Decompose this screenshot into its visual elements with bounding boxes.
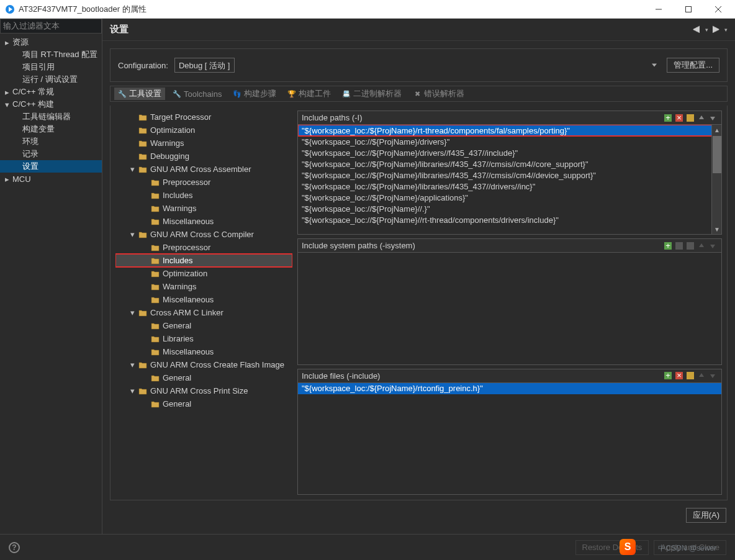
scrollbar[interactable]: ▲▼ bbox=[711, 125, 721, 234]
down-icon[interactable] bbox=[708, 241, 718, 251]
settings-tree-item[interactable]: ▾GNU ARM Cross Create Flash Image bbox=[115, 358, 292, 371]
settings-tree-item[interactable]: Includes bbox=[115, 189, 292, 202]
nav-item[interactable]: ▸MCU bbox=[0, 173, 102, 185]
nav-item-label: 项目 RT-Thread 配置 bbox=[22, 49, 97, 60]
list-item[interactable]: "${workspace_loc://${ProjName}/drivers//… bbox=[298, 147, 721, 158]
tab-构建工件[interactable]: 🏆构建工件 bbox=[284, 88, 335, 100]
svg-text:+: + bbox=[665, 372, 670, 379]
list-item[interactable]: "${workspace_loc:/${ProjName}/rtconfig_p… bbox=[298, 383, 721, 394]
nav-item[interactable]: ▸C/C++ 常规 bbox=[0, 86, 102, 98]
list-item[interactable]: "${workspace_loc://${ProjName}//.}" bbox=[298, 203, 721, 214]
help-icon[interactable]: ? bbox=[9, 542, 20, 553]
folder-icon bbox=[150, 243, 160, 253]
settings-tree-item[interactable]: Target Processor bbox=[115, 111, 292, 124]
settings-tree-item[interactable]: Includes bbox=[115, 254, 292, 267]
svg-rect-18 bbox=[687, 372, 694, 379]
folder-icon bbox=[150, 334, 160, 344]
nav-item-label: 项目引用 bbox=[22, 61, 55, 73]
settings-tree-item[interactable]: Warnings bbox=[115, 137, 292, 150]
nav-back-icon[interactable]: ⯇ bbox=[693, 25, 701, 35]
folder-icon bbox=[150, 321, 160, 331]
down-icon[interactable] bbox=[708, 113, 718, 123]
x-icon: ✖ bbox=[413, 89, 422, 98]
list-item[interactable]: "${workspace_loc://${ProjName}/libraries… bbox=[298, 181, 721, 192]
tab-Toolchains[interactable]: 🔧Toolchains bbox=[169, 88, 225, 100]
edit-icon[interactable] bbox=[685, 241, 695, 251]
nav-item-label: 构建变量 bbox=[22, 124, 55, 135]
delete-icon[interactable] bbox=[674, 241, 684, 251]
tab-二进制解析器[interactable]: 📇二进制解析器 bbox=[338, 88, 405, 100]
include-paths-list[interactable]: "${workspace_loc:/${ProjName}/rt-thread/… bbox=[298, 125, 721, 234]
edit-icon[interactable] bbox=[685, 113, 695, 123]
include-system-paths-list[interactable] bbox=[298, 253, 721, 364]
filter-input[interactable]: 输入过滤器文本 bbox=[0, 19, 102, 34]
settings-tree-item[interactable]: Miscellaneous bbox=[115, 215, 292, 228]
settings-tree-item[interactable]: Warnings bbox=[115, 202, 292, 215]
add-icon[interactable]: + bbox=[663, 241, 673, 251]
settings-tree-item[interactable]: General bbox=[115, 319, 292, 332]
folder-icon bbox=[138, 125, 148, 135]
settings-tree-item[interactable]: ▾GNU ARM Cross C Compiler bbox=[115, 228, 292, 241]
nav-item[interactable]: 构建变量 bbox=[0, 123, 102, 135]
maximize-button[interactable] bbox=[679, 3, 698, 16]
nav-item[interactable]: ▸资源 bbox=[0, 36, 102, 48]
list-item[interactable]: "${workspace_loc://${ProjName}/libraries… bbox=[298, 169, 721, 181]
page-header: 设置 ⯇▾ ⯈▾ bbox=[102, 19, 735, 41]
list-item[interactable]: "${workspace_loc://${ProjName}/libraries… bbox=[298, 158, 721, 169]
nav-item[interactable]: 设置 bbox=[0, 160, 102, 173]
list-item[interactable]: "${workspace_loc://${ProjName}/applicati… bbox=[298, 192, 721, 203]
add-icon[interactable]: + bbox=[663, 371, 673, 381]
tab-构建步骤[interactable]: 👣构建步骤 bbox=[229, 88, 280, 100]
nav-item[interactable]: 记录 bbox=[0, 148, 102, 160]
trophy-icon: 🏆 bbox=[287, 89, 296, 98]
minimize-button[interactable] bbox=[649, 3, 668, 16]
settings-tree-item[interactable]: Optimization bbox=[115, 267, 292, 280]
settings-tree-item[interactable]: Miscellaneous bbox=[115, 293, 292, 306]
list-item[interactable]: "${workspace_loc:/${ProjName}/rt-thread/… bbox=[298, 125, 721, 136]
delete-icon[interactable]: × bbox=[674, 113, 684, 123]
settings-tree-item[interactable]: Miscellaneous bbox=[115, 345, 292, 358]
settings-tree-item[interactable]: General bbox=[115, 371, 292, 384]
settings-tree-item[interactable]: ▾GNU ARM Cross Print Size bbox=[115, 384, 292, 397]
up-icon[interactable] bbox=[697, 371, 706, 381]
settings-tree-item[interactable]: Preprocessor bbox=[115, 176, 292, 189]
nav-item[interactable]: 项目引用 bbox=[0, 61, 102, 73]
apply-close-button[interactable]: Apply and Close bbox=[654, 540, 726, 555]
down-icon[interactable] bbox=[708, 371, 718, 381]
nav-item[interactable]: 环境 bbox=[0, 135, 102, 148]
settings-tree-item[interactable]: General bbox=[115, 397, 292, 410]
nav-item[interactable]: 工具链编辑器 bbox=[0, 111, 102, 123]
include-files-list[interactable]: "${workspace_loc:/${ProjName}/rtconfig_p… bbox=[298, 383, 721, 495]
delete-icon[interactable]: × bbox=[674, 371, 684, 381]
include-files-title: Include files (-include) bbox=[302, 371, 380, 381]
folder-icon bbox=[150, 347, 160, 357]
nav-item[interactable]: ▾C/C++ 构建 bbox=[0, 98, 102, 111]
restore-defaults-button[interactable]: Restore Defaults bbox=[575, 540, 649, 555]
tab-错误解析器[interactable]: ✖错误解析器 bbox=[409, 88, 468, 100]
apply-button[interactable]: 应用(A) bbox=[686, 508, 726, 523]
tab-工具设置[interactable]: 🔧工具设置 bbox=[114, 88, 165, 100]
settings-tree-item[interactable]: Libraries bbox=[115, 332, 292, 345]
add-icon[interactable]: + bbox=[663, 113, 673, 123]
settings-tree-item[interactable]: Debugging bbox=[115, 150, 292, 163]
svg-text:+: + bbox=[665, 242, 670, 250]
list-item[interactable]: "${workspace_loc://${ProjName}//rt-threa… bbox=[298, 214, 721, 225]
edit-icon[interactable] bbox=[685, 371, 695, 381]
up-icon[interactable] bbox=[697, 241, 706, 251]
nav-fwd-icon[interactable]: ⯈ bbox=[712, 25, 721, 35]
folder-icon bbox=[138, 112, 148, 122]
settings-tree-item[interactable]: Optimization bbox=[115, 124, 292, 137]
nav-item[interactable]: 项目 RT-Thread 配置 bbox=[0, 48, 102, 61]
settings-tree-item[interactable]: Preprocessor bbox=[115, 241, 292, 254]
configuration-select[interactable]: Debug [ 活动 ] bbox=[174, 58, 235, 73]
wrench-icon: 🔧 bbox=[118, 89, 127, 98]
nav-item[interactable]: 运行 / 调试设置 bbox=[0, 73, 102, 86]
up-icon[interactable] bbox=[697, 113, 706, 123]
settings-tree-item[interactable]: ▾GNU ARM Cross Assembler bbox=[115, 163, 292, 176]
settings-tree-item[interactable]: ▾Cross ARM C Linker bbox=[115, 306, 292, 319]
manage-configurations-button[interactable]: 管理配置... bbox=[667, 58, 719, 73]
close-button[interactable] bbox=[709, 3, 728, 16]
settings-tree: Target ProcessorOptimizationWarningsDebu… bbox=[115, 111, 292, 495]
list-item[interactable]: "${workspace_loc://${ProjName}/drivers}" bbox=[298, 136, 721, 147]
settings-tree-item[interactable]: Warnings bbox=[115, 280, 292, 293]
